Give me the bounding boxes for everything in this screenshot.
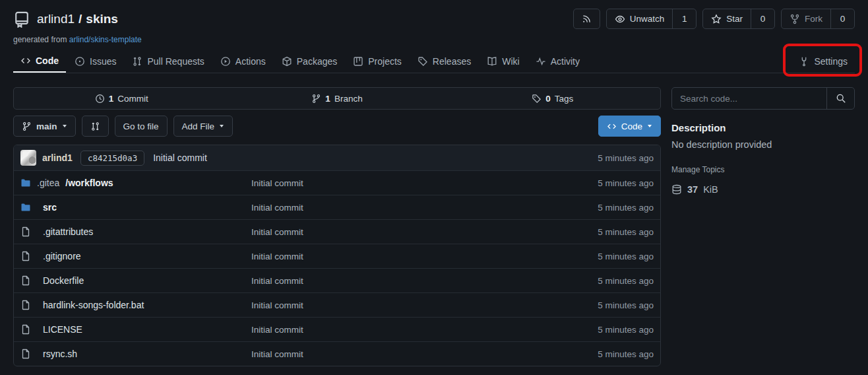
code-download-button[interactable]: Code [598,116,661,137]
folder-icon [20,202,31,213]
row-time: 5 minutes ago [598,325,654,335]
tags-stat[interactable]: 0Tags [445,94,660,104]
table-row: LICENSE Initial commit 5 minutes ago [14,317,660,341]
star-button-group: Star 0 [702,9,775,29]
file-link[interactable]: src [20,202,251,213]
row-commit-message[interactable]: Initial commit [251,300,598,310]
repo-toolbar: main Go to file Add File Code [13,116,661,137]
tab-issues[interactable]: Issues [67,50,123,73]
branch-icon [22,121,32,131]
table-row: src Initial commit 5 minutes ago [14,195,660,219]
row-commit-message[interactable]: Initial commit [251,252,598,261]
commit-message-link[interactable]: Initial commit [153,153,207,163]
table-row: .gitattributes Initial commit 5 minutes … [14,219,660,244]
chevron-down-icon [647,124,652,128]
commit-author-link[interactable]: arlind1 [42,153,73,163]
repo-book-icon [13,11,30,28]
search-button[interactable] [826,88,854,109]
table-row: Dockerfile Initial commit 5 minutes ago [14,268,660,292]
repo-owner-link[interactable]: arlind1 [37,12,75,26]
eye-icon [615,14,625,24]
row-time: 5 minutes ago [598,178,654,188]
file-table: arlind1 c84215d0a3 Initial commit 5 minu… [13,145,661,366]
rss-button[interactable] [573,9,600,29]
add-file-button[interactable]: Add File [173,116,233,137]
commit-time: 5 minutes ago [598,153,654,163]
folder-icon [20,178,31,188]
file-link[interactable]: rsync.sh [20,349,251,359]
go-to-file-button[interactable]: Go to file [115,116,168,137]
pull-request-icon [132,56,142,67]
search-input[interactable] [672,88,826,109]
file-link[interactable]: Dockerfile [20,275,251,286]
repo-nav: Code Issues Pull Requests Actions Packag… [13,50,855,73]
actions-icon [220,56,231,67]
tab-projects[interactable]: Projects [346,50,409,73]
branch-selector[interactable]: main [13,116,76,137]
file-icon [20,324,31,335]
tab-wiki[interactable]: Wiki [480,50,526,73]
tab-activity[interactable]: Activity [528,50,587,73]
description-heading: Description [671,122,855,133]
commit-hash-chip[interactable]: c84215d0a3 [80,151,144,166]
commits-stat[interactable]: 1Commit [14,94,230,104]
repo-name-link[interactable]: skins [86,12,118,26]
file-link[interactable]: hardlink-songs-folder.bat [20,300,251,310]
row-commit-message[interactable]: Initial commit [251,325,598,335]
tab-packages[interactable]: Packages [274,50,344,73]
tab-code[interactable]: Code [13,50,66,73]
search-icon [836,93,846,104]
repo-header: arlind1 / skins Unwatch 1 Star [0,0,868,73]
file-link[interactable]: LICENSE [20,324,251,335]
tab-actions[interactable]: Actions [213,50,273,73]
tab-settings[interactable]: Settings [791,50,855,73]
package-icon [282,56,292,67]
file-icon [20,349,31,359]
file-link[interactable]: .gitea/workflows [20,178,251,188]
table-row: rsync.sh Initial commit 5 minutes ago [14,341,660,366]
branches-stat[interactable]: 1Branch [230,94,445,104]
code-icon [607,121,617,131]
repo-size: 37KiB [671,184,855,195]
row-commit-message[interactable]: Initial commit [251,178,598,188]
compare-icon [90,121,100,131]
row-commit-message[interactable]: Initial commit [251,227,598,237]
latest-commit-row: arlind1 c84215d0a3 Initial commit 5 minu… [14,145,660,170]
file-link[interactable]: .gitignore [20,251,251,261]
row-time: 5 minutes ago [598,203,654,213]
table-row: .gitea/workflows Initial commit 5 minute… [14,170,660,195]
watch-count[interactable]: 1 [672,9,696,28]
table-row: .gitignore Initial commit 5 minutes ago [14,244,660,268]
repo-sidebar: Description No description provided Mana… [671,87,855,366]
row-commit-message[interactable]: Initial commit [251,276,598,286]
wiki-book-icon [487,56,497,67]
fork-count[interactable]: 0 [830,9,854,28]
repo-stats-bar: 1Commit 1Branch 0Tags [13,87,661,110]
row-commit-message[interactable]: Initial commit [251,203,598,213]
tab-pull-requests[interactable]: Pull Requests [125,50,211,73]
row-time: 5 minutes ago [598,227,654,237]
compare-button[interactable] [82,116,109,137]
row-time: 5 minutes ago [598,276,654,286]
fork-button[interactable]: Fork [782,9,830,28]
star-button[interactable]: Star [703,9,751,28]
chevron-down-icon [62,124,67,128]
file-link[interactable]: .gitattributes [20,226,251,237]
watch-button-group: Unwatch 1 [606,9,697,29]
tag-icon [418,56,428,67]
avatar[interactable] [20,150,36,166]
clock-icon [95,94,105,104]
branch-icon [311,94,321,104]
file-icon [20,275,31,286]
template-link[interactable]: arlind/skins-template [69,35,142,44]
unwatch-button[interactable]: Unwatch [607,9,673,28]
manage-topics-link[interactable]: Manage Topics [671,165,725,174]
activity-icon [536,56,546,67]
issue-icon [75,56,85,67]
fork-button-group: Fork 0 [781,9,855,29]
row-commit-message[interactable]: Initial commit [251,349,598,359]
star-count[interactable]: 0 [751,9,774,28]
tab-releases[interactable]: Releases [410,50,478,73]
tag-icon [532,94,542,104]
file-icon [20,300,31,310]
